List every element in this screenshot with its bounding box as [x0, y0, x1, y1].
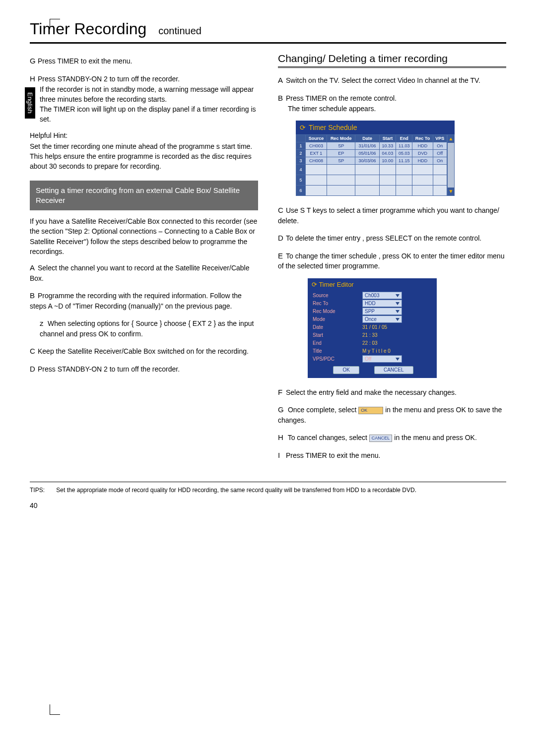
tips-body: Set the appropriate mode of record quali… [56, 487, 416, 494]
cb-step-d: Press STANDBY-ON 2 to turn off the recor… [38, 365, 180, 373]
ed-source-select[interactable]: Ch003 [362, 292, 402, 299]
chevron-down-icon [396, 302, 400, 305]
col-start: Start [379, 134, 396, 142]
tips-label: TIPS: [30, 486, 55, 495]
page-subtitle: continued [158, 25, 201, 36]
timer-editor-panel: ⟳ Timer Editor SourceCh003 Rec ToHDD Rec… [308, 278, 437, 378]
changing-deleting-heading: Changing/ Deleting a timer recording [278, 53, 506, 64]
step-h-sub1: If the recorder is not in standby mode, … [40, 84, 258, 105]
chevron-down-icon [396, 318, 400, 321]
cd-step-f: Select the entry field and make the nece… [286, 388, 457, 396]
table-row[interactable]: 4 [296, 164, 447, 175]
timer-schedule-title: Timer Schedule [309, 124, 357, 131]
section-cablebox-heading: Setting a timer recording from an extern… [30, 181, 258, 211]
cb-step-a: Select the channel you want to record at… [30, 264, 249, 282]
inline-ok-button: OK [358, 407, 383, 414]
cd-step-b: Press TIMER on the remote control. [286, 94, 397, 102]
cablebox-intro: If you have a Satellite Receiver/Cable B… [30, 216, 258, 256]
ed-mode-select[interactable]: Once [362, 315, 402, 323]
page-title: Timer Recording [30, 20, 146, 38]
step-h: Press STANDBY-ON 2 to turn off the recor… [38, 75, 180, 83]
scrollbar[interactable]: ▲ ▼ [447, 134, 455, 196]
chevron-down-icon [396, 310, 400, 313]
ed-recto-select[interactable]: HDD [362, 300, 402, 307]
ed-label-start: Start [313, 332, 362, 338]
cd-step-d: To delete the timer entry , press SELECT… [286, 234, 481, 242]
ed-start[interactable]: 21 : 33 [362, 332, 434, 338]
ed-label-source: Source [313, 293, 362, 298]
timer-editor-title: Timer Editor [319, 281, 353, 288]
cd-step-h-post: in the menu and press OK. [394, 434, 477, 441]
col-date: Date [355, 134, 379, 142]
cd-step-a: Switch on the TV. Select the correct Vid… [286, 76, 480, 84]
table-row[interactable]: 1 CH003 SP 31/01/06 10.33 11.03 HDD On [296, 142, 447, 149]
col-source: Source [306, 134, 327, 142]
timer-schedule-panel: ⟳Timer Schedule Source Rec Mode Date Sta… [296, 121, 455, 196]
chevron-down-icon [396, 358, 400, 361]
table-row[interactable]: 6 [296, 185, 447, 195]
ed-label-recmode: Rec Mode [313, 309, 362, 314]
cd-step-e: To change the timer schedule , press OK … [278, 252, 504, 270]
editor-cancel-button[interactable]: CANCEL [374, 366, 413, 374]
step-g: Press TIMER to exit the menu. [38, 57, 132, 65]
cd-step-g-pre: Once complete, select [288, 406, 357, 414]
cb-step-b: Programme the recording with the require… [30, 292, 242, 310]
cd-step-c: Use S T keys to select a timer programme… [278, 206, 499, 225]
ed-label-vps: VPS/PDC [313, 356, 362, 362]
cb-step-z: When selecting options for { Source } ch… [40, 319, 254, 338]
left-column: GPress TIMER to exit the menu. HPress ST… [30, 53, 258, 468]
cd-step-b-sub: The timer schedule appears. [288, 104, 506, 114]
ed-label-mode: Mode [313, 316, 362, 322]
scroll-down-icon[interactable]: ▼ [448, 188, 454, 195]
col-end: End [396, 134, 412, 142]
language-tab: English [25, 87, 35, 119]
scroll-up-icon[interactable]: ▲ [448, 135, 454, 143]
editor-ok-button[interactable]: OK [333, 366, 359, 374]
col-vps: VPS [433, 134, 447, 142]
inline-cancel-button: CANCEL [369, 435, 393, 442]
table-row[interactable]: 3 CH008 SP 30/03/06 10.00 11.15 HDD On [296, 157, 447, 164]
page-header: Timer Recording continued [30, 20, 506, 44]
timer-schedule-table: Source Rec Mode Date Start End Rec To VP… [296, 134, 447, 196]
tips-footer: TIPS: Set the appropriate mode of record… [30, 482, 506, 495]
helpful-hint-body: Set the timer recording one minute ahead… [30, 141, 258, 172]
step-h-sub2: The TIMER icon will light up on the disp… [40, 104, 258, 125]
chevron-down-icon [396, 294, 400, 297]
ed-label-date: Date [313, 324, 362, 330]
clock-icon: ⟳ [300, 124, 306, 131]
ed-end[interactable]: 22 : 03 [362, 340, 434, 346]
table-row[interactable]: 5 [296, 175, 447, 185]
col-recto: Rec To [412, 134, 433, 142]
clock-icon: ⟳ [312, 281, 317, 288]
helpful-hint-head: Helpful Hint: [30, 131, 258, 139]
ed-vps-select[interactable]: Off [362, 355, 402, 363]
ed-title-value[interactable]: M y T i t l e 0 [362, 348, 434, 354]
page-number: 40 [30, 502, 506, 509]
ed-label-recto: Rec To [313, 301, 362, 306]
ed-date[interactable]: 31 / 01 / 05 [362, 324, 434, 330]
ed-label-title: Title [313, 348, 362, 354]
cd-step-i: Press TIMER to exit the menu. [286, 451, 380, 459]
ed-label-end: End [313, 340, 362, 346]
ed-recmode-select[interactable]: SPP [362, 308, 402, 315]
table-row[interactable]: 2 EXT 1 EP 05/01/06 04.03 05.03 DVD Off [296, 149, 447, 157]
cd-step-h-pre: To cancel changes, select [288, 434, 367, 441]
col-recmode: Rec Mode [327, 134, 355, 142]
right-column: Changing/ Deleting a timer recording ASw… [278, 53, 506, 468]
cb-step-c: Keep the Satellite Receiver/Cable Box sw… [38, 347, 249, 355]
